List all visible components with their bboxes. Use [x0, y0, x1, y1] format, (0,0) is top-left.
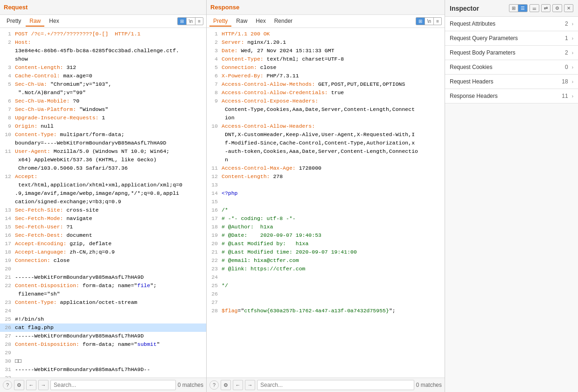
req-line-24: 24 — [0, 307, 206, 315]
inspector-settings-button[interactable]: ⚙ — [552, 4, 562, 12]
req-line-4: 4Cache-Control: max-age=0 — [0, 72, 206, 80]
req-line-5b: ".Not/A)Brand";v="99" — [0, 89, 206, 97]
inspector-section-header-5[interactable]: Response Headers 11 › — [445, 89, 578, 103]
inspector-section-4: Request Headers 18 › — [445, 75, 578, 89]
section-name-1: Request Query Parameters — [450, 35, 565, 41]
request-next-button[interactable]: → — [38, 380, 49, 390]
inspector-section-1: Request Query Parameters 1 › — [445, 31, 578, 46]
response-view-toggle: ⊞ \n ≡ — [416, 17, 442, 25]
request-help-button[interactable]: ? — [3, 380, 12, 390]
request-match-count: 0 matches — [178, 382, 203, 388]
tab-response-hex[interactable]: Hex — [252, 16, 269, 27]
response-toggle-ln[interactable]: \n — [425, 18, 434, 25]
tab-request-hex[interactable]: Hex — [45, 16, 63, 27]
request-toggle-more[interactable]: ≡ — [195, 18, 203, 25]
section-count-4: 18 — [562, 78, 568, 85]
response-settings-button[interactable]: ⚙ — [221, 380, 231, 390]
req-line-26: 26cat flag.php — [0, 323, 206, 332]
inspector-section-header-0[interactable]: Request Attributes 2 › — [445, 17, 578, 31]
request-panel: Request Pretty Raw Hex ⊞ \n ≡ 1POST /?c=… — [0, 0, 207, 392]
req-line-22b: filename="sh" — [0, 290, 206, 298]
resp-line-19: 19# @Date: 2020-09-07 19:40:53 — [207, 231, 445, 240]
tab-request-raw[interactable]: Raw — [26, 16, 44, 27]
request-toggle-wrap[interactable]: ⊞ — [178, 18, 187, 25]
response-toggle-wrap[interactable]: ⊞ — [416, 18, 425, 25]
req-line-7: 7Sec-Ch-Ua-Platform: "Windows" — [0, 105, 206, 114]
inspector-section-3: Request Cookies 0 › — [445, 60, 578, 75]
tab-response-raw[interactable]: Raw — [232, 16, 251, 27]
resp-line-5: 5Connection: close — [207, 63, 445, 72]
request-prev-button[interactable]: ← — [26, 380, 36, 390]
resp-line-10b: DNT,X-CustomHeader,Keep-Alive,User-Agent… — [207, 131, 445, 139]
req-line-21: 21------WebKitFormBoundaryvB85maAsfL7hHA… — [0, 273, 206, 282]
request-settings-button[interactable]: ⚙ — [14, 380, 24, 390]
req-line-20: 20 — [0, 265, 206, 273]
response-panel: Response Pretty Raw Hex Render ⊞ \n ≡ 1H… — [207, 0, 445, 392]
request-view-toggle: ⊞ \n ≡ — [177, 17, 203, 25]
resp-line-27: 27 — [207, 298, 445, 307]
req-line-10b: boundary=----WebKitFormBoundaryvB85maAsf… — [0, 139, 206, 147]
resp-line-20: 20# @Last Modified by: h1xa — [207, 240, 445, 248]
inspector-close-button[interactable]: ✕ — [564, 4, 573, 12]
req-line-5: 5Sec-Ch-Ua: "Chromium";v="103", — [0, 80, 206, 89]
resp-line-15: 15 — [207, 198, 445, 206]
section-name-4: Request Headers — [450, 78, 562, 85]
inspector-toggle-grid[interactable]: ⊞ — [509, 5, 518, 12]
tab-request-pretty[interactable]: Pretty — [3, 16, 25, 27]
req-line-18: 18Accept-Language: zh-CN,zh;q=0.9 — [0, 248, 206, 256]
req-line-1: 1POST /?c=.+/???/????????[0-[] HTTP/1.1 — [0, 30, 206, 38]
request-header: Request — [0, 0, 206, 15]
inspector-section-header-1[interactable]: Request Query Parameters 1 › — [445, 31, 578, 45]
response-toggle-more[interactable]: ≡ — [434, 18, 441, 25]
req-line-16: 16Sec-Fetch-Dest: document — [0, 231, 206, 240]
section-name-0: Request Attributes — [450, 21, 565, 27]
response-bottom-bar: ? ⚙ ← → 0 matches — [207, 378, 445, 392]
resp-line-24: 24 — [207, 273, 445, 282]
inspector-section-header-3[interactable]: Request Cookies 0 › — [445, 60, 578, 74]
resp-line-7: 7Access-Control-Allow-Methods: GET,POST,… — [207, 80, 445, 89]
req-line-17: 17Accept-Encoding: gzip, deflate — [0, 240, 206, 248]
resp-line-22: 22# @email: h1xa@ctfer.com — [207, 256, 445, 265]
resp-line-6: 6X-Powered-By: PHP/7.3.11 — [207, 72, 445, 80]
inspector-toggle-list[interactable]: ☰ — [518, 5, 527, 12]
section-count-5: 11 — [562, 93, 568, 99]
resp-line-10e: n — [207, 156, 445, 164]
inspector-filter-button[interactable]: ⚌ — [529, 4, 539, 12]
req-line-10: 10Content-Type: multipart/form-data; — [0, 131, 206, 139]
resp-line-1: 1HTTP/1.1 200 OK — [207, 30, 445, 38]
req-line-12b: text/html,application/xhtml+xml,applicat… — [0, 181, 206, 189]
resp-line-10d: -auth-token,Cookies,Aaa,Date,Server,Cont… — [207, 147, 445, 156]
response-search-input[interactable] — [257, 380, 414, 390]
response-next-button[interactable]: → — [245, 380, 255, 390]
req-line-9: 9Origin: null — [0, 122, 206, 131]
resp-line-9: 9Access-Control-Expose-Headers: — [207, 97, 445, 105]
req-line-30: 30□□ — [0, 357, 206, 365]
section-count-0: 2 — [565, 21, 568, 27]
section-arrow-0: › — [572, 21, 573, 27]
response-prev-button[interactable]: ← — [233, 380, 243, 390]
resp-line-18: 18# @Author: h1xa — [207, 223, 445, 231]
section-arrow-4: › — [572, 79, 573, 84]
inspector-toolbar: ⊞ ☰ ⚌ ⇄ ⚙ ✕ — [509, 4, 573, 12]
req-line-12: 12Accept: — [0, 172, 206, 181]
request-toggle-ln[interactable]: \n — [187, 18, 195, 25]
section-arrow-2: › — [572, 50, 573, 55]
req-line-22: 22Content-Disposition: form-data; name="… — [0, 282, 206, 290]
response-help-button[interactable]: ? — [209, 380, 219, 390]
resp-line-17: 17# -*- coding: utf-8 -*- — [207, 214, 445, 223]
section-count-2: 2 — [565, 49, 568, 56]
inspector-panel: Inspector ⊞ ☰ ⚌ ⇄ ⚙ ✕ Request Attributes… — [445, 0, 578, 392]
inspector-section-header-4[interactable]: Request Headers 18 › — [445, 75, 578, 89]
request-search-input[interactable] — [50, 380, 176, 390]
req-line-host1: 13e84e4c-86b6-45fb-bc8a-6285f9cc3bad.cha… — [0, 47, 206, 55]
inspector-section-header-2[interactable]: Request Body Parameters 2 › — [445, 46, 578, 60]
req-line-15: 15Sec-Fetch-User: ?1 — [0, 223, 206, 231]
inspector-split-button[interactable]: ⇄ — [541, 4, 550, 12]
tab-response-pretty[interactable]: Pretty — [209, 16, 231, 27]
inspector-view-toggle: ⊞ ☰ — [509, 4, 528, 12]
req-line-32: 32 — [0, 374, 206, 378]
req-line-31: 31------WebKitFormBoundaryvB85maAsfL7hHA… — [0, 365, 206, 374]
inspector-section-5: Response Headers 11 › — [445, 89, 578, 103]
resp-line-21: 21# @Last Modified time: 2020-09-07 19:4… — [207, 248, 445, 256]
tab-response-render[interactable]: Render — [271, 16, 296, 27]
